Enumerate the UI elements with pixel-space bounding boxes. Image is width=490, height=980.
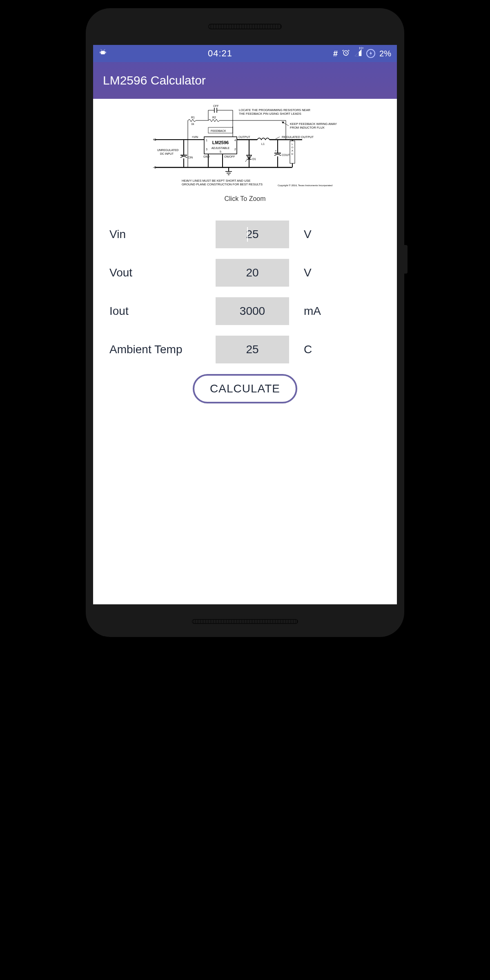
unit-iout: mA (304, 305, 321, 318)
label-vin: Vin (109, 228, 216, 241)
row-iout: Iout mA (109, 297, 381, 325)
svg-text:FROM INDUCTOR FLUX: FROM INDUCTOR FLUX (290, 126, 325, 129)
svg-text:OUTPUT: OUTPUT (238, 136, 251, 138)
svg-text:D: D (292, 153, 294, 155)
svg-marker-77 (282, 122, 284, 124)
android-icon (99, 48, 107, 59)
svg-rect-4 (105, 51, 106, 53)
svg-text:1k: 1k (191, 122, 194, 125)
svg-text:DC INPUT: DC INPUT (160, 152, 174, 155)
svg-text:CFF: CFF (213, 105, 219, 107)
svg-text:D1: D1 (252, 158, 256, 160)
svg-point-1 (102, 50, 102, 51)
status-left (99, 48, 107, 59)
input-ambient-temp[interactable] (216, 336, 289, 363)
svg-text:LOCATE THE PROGRAMMING RESISTO: LOCATE THE PROGRAMMING RESISTORS NEAR (239, 108, 311, 112)
row-vin: Vin V (109, 220, 381, 248)
diagram-caption: Click To Zoom (224, 195, 265, 203)
circuit-diagram[interactable]: LM2596 ADJUSTABLE 1 3 5 2 4 +VIN + (147, 102, 343, 192)
svg-text:2: 2 (234, 148, 236, 151)
battery-percent: 2% (379, 49, 391, 58)
status-time: 04:21 (208, 48, 232, 59)
input-vin[interactable] (216, 220, 289, 248)
svg-text:CIN: CIN (188, 156, 193, 159)
svg-text:R1: R1 (191, 116, 195, 119)
label-ambient-temp: Ambient Temp (109, 343, 216, 356)
phone-frame: 04:21 # H+ 2% LM2596 Calculator (86, 8, 404, 637)
svg-text:UNREGULATED: UNREGULATED (157, 149, 178, 151)
svg-text:KEEP FEEDBACK WIRING AWAY: KEEP FEEDBACK WIRING AWAY (290, 122, 337, 126)
svg-text:+: + (153, 138, 155, 142)
svg-text:HEAVY LINES MUST BE KEPT SHORT: HEAVY LINES MUST BE KEPT SHORT AND USE (182, 179, 250, 183)
status-right: # H+ 2% (333, 49, 391, 59)
form-area: Vin V Vout V Iout mA (93, 204, 397, 416)
svg-text:+VIN: +VIN (192, 136, 198, 138)
alarm-icon (342, 49, 350, 59)
svg-text:L1: L1 (261, 143, 265, 145)
svg-text:+: + (181, 154, 183, 158)
svg-rect-0 (101, 51, 105, 54)
phone-speaker (208, 24, 282, 29)
label-vout: Vout (109, 266, 216, 279)
unit-vout: V (304, 266, 312, 279)
app-bar: LM2596 Calculator (93, 62, 397, 99)
signal-icon: H+ (354, 49, 362, 59)
svg-text:L: L (292, 143, 293, 145)
svg-text:THE FEEDBACK PIN USING SHORT L: THE FEEDBACK PIN USING SHORT LEADS (239, 112, 301, 116)
svg-text:O: O (292, 146, 294, 149)
phone-bottom-speaker (192, 619, 298, 624)
svg-text:3: 3 (206, 148, 207, 151)
diagram-section[interactable]: LM2596 ADJUSTABLE 1 3 5 2 4 +VIN + (93, 99, 397, 204)
svg-point-2 (104, 50, 105, 51)
svg-rect-3 (100, 51, 101, 53)
svg-text:+: + (275, 149, 277, 153)
screen: 04:21 # H+ 2% LM2596 Calculator (93, 45, 397, 604)
svg-text:Copyright © 2016, Texas Instru: Copyright © 2016, Texas Instruments Inco… (278, 184, 332, 187)
row-vout: Vout V (109, 259, 381, 287)
svg-text:−: − (153, 165, 155, 169)
svg-line-52 (276, 137, 280, 139)
input-vout[interactable] (216, 259, 289, 287)
row-ambient-temp: Ambient Temp C (109, 336, 381, 363)
calculate-button[interactable]: CALCULATE (193, 374, 297, 403)
svg-text:1: 1 (206, 139, 207, 142)
svg-text:GND: GND (203, 155, 210, 158)
unit-vin: V (304, 228, 312, 241)
input-iout[interactable] (216, 297, 289, 325)
content: LM2596 ADJUSTABLE 1 3 5 2 4 +VIN + (93, 99, 397, 416)
svg-text:FEEDBACK: FEEDBACK (211, 129, 226, 132)
svg-text:ON/OFF: ON/OFF (224, 155, 235, 158)
battery-icon (366, 49, 375, 58)
svg-text:COUT: COUT (282, 154, 290, 156)
svg-text:4: 4 (234, 139, 236, 142)
svg-text:ADJUSTABLE: ADJUSTABLE (212, 147, 230, 149)
hash-icon: # (333, 49, 338, 58)
text-cursor (247, 227, 248, 242)
app-title: LM2596 Calculator (103, 74, 206, 87)
svg-text:5: 5 (220, 150, 221, 153)
label-iout: Iout (109, 305, 216, 318)
svg-text:REGULATED OUTPUT: REGULATED OUTPUT (282, 135, 314, 139)
chip-label: LM2596 (212, 140, 229, 145)
unit-ambient-temp: C (304, 343, 312, 356)
svg-text:GROUND PLANE CONSTRUCTION FOR : GROUND PLANE CONSTRUCTION FOR BEST RESUL… (182, 183, 263, 186)
svg-text:R2: R2 (212, 116, 216, 119)
svg-text:A: A (292, 149, 293, 152)
phone-power-button[interactable] (404, 245, 408, 274)
status-bar: 04:21 # H+ 2% (93, 45, 397, 62)
